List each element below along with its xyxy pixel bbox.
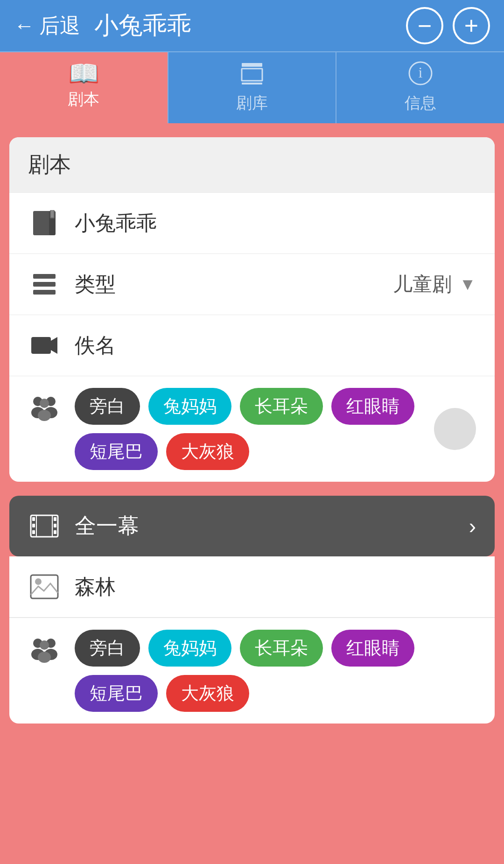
scene-tag-red-eye[interactable]: 红眼睛 — [331, 630, 414, 667]
scene-arrow-icon: › — [469, 513, 476, 539]
svg-rect-11 — [33, 290, 56, 295]
svg-point-30 — [35, 578, 42, 585]
type-label: 类型 — [75, 271, 393, 298]
app-header: ← 后退 小兔乖乖 − + — [0, 0, 504, 51]
tab-library[interactable]: 剧库 — [168, 52, 336, 123]
film-strip-icon — [28, 510, 61, 542]
tag-red-eye[interactable]: 红眼睛 — [331, 388, 414, 425]
tab-bar: 📖 剧本 剧库 i 信息 — [0, 51, 504, 123]
svg-rect-10 — [33, 282, 56, 287]
svg-rect-27 — [54, 524, 56, 527]
type-value: 儿童剧 — [393, 271, 452, 297]
scene-tag-rabbit-mom[interactable]: 兔妈妈 — [148, 630, 231, 667]
tab-info[interactable]: i 信息 — [336, 52, 504, 123]
dropdown-arrow-icon: ▼ — [459, 274, 476, 294]
scene-bg-row[interactable]: 森林 — [9, 556, 495, 618]
svg-point-19 — [38, 410, 51, 421]
scene-tag-short-tail[interactable]: 短尾巴 — [75, 675, 158, 712]
decrease-button[interactable]: − — [406, 7, 443, 44]
scene-characters-row: 旁白 兔妈妈 长耳朵 红眼睛 短尾巴 大灰狼 — [9, 618, 495, 724]
script-card: 剧本 小兔乖乖 类型 — [9, 137, 495, 482]
svg-rect-8 — [51, 210, 54, 218]
info-tab-label: 信息 — [405, 92, 436, 114]
add-character-button[interactable] — [434, 408, 476, 450]
svg-point-36 — [38, 652, 51, 663]
info-tab-icon: i — [408, 61, 433, 90]
svg-rect-9 — [33, 274, 56, 279]
scene-info-card: 森林 旁白 兔妈妈 长耳朵 — [9, 556, 495, 724]
back-label: 后退 — [39, 12, 80, 40]
page-title: 小兔乖乖 — [94, 9, 406, 42]
director-row[interactable]: 佚名 — [9, 315, 495, 376]
scene-bg-text: 森林 — [75, 573, 476, 601]
svg-rect-28 — [54, 530, 56, 534]
card-header: 剧本 — [9, 137, 495, 192]
scene-section: 全一幕 › 森林 — [9, 496, 495, 724]
camera-icon — [28, 329, 61, 362]
people-icon-2 — [28, 634, 61, 667]
tag-short-tail[interactable]: 短尾巴 — [75, 433, 158, 470]
library-tab-label: 剧库 — [236, 92, 268, 114]
script-title-row[interactable]: 小兔乖乖 — [9, 192, 495, 253]
tag-rabbit-mom[interactable]: 兔妈妈 — [148, 388, 231, 425]
main-content: 剧本 小兔乖乖 类型 — [0, 123, 504, 738]
svg-rect-1 — [242, 69, 262, 81]
image-icon — [28, 570, 61, 603]
script-tab-label: 剧本 — [68, 89, 99, 110]
back-button[interactable]: ← 后退 — [14, 12, 80, 40]
increase-button[interactable]: + — [453, 7, 490, 44]
character-tags: 旁白 兔妈妈 长耳朵 红眼睛 短尾巴 大灰狼 — [75, 388, 429, 470]
script-title-text: 小兔乖乖 — [75, 210, 476, 237]
back-arrow-icon: ← — [14, 14, 35, 37]
svg-rect-5 — [33, 211, 51, 235]
svg-point-18 — [40, 399, 49, 408]
svg-marker-13 — [51, 337, 57, 354]
card-header-label: 剧本 — [28, 152, 71, 176]
scene-tag-long-ear[interactable]: 长耳朵 — [240, 630, 323, 667]
scene-tag-big-wolf[interactable]: 大灰狼 — [166, 675, 249, 712]
scene-header-card: 全一幕 › — [9, 496, 495, 556]
type-dropdown[interactable]: 儿童剧 ▼ — [393, 271, 476, 297]
tag-big-wolf[interactable]: 大灰狼 — [166, 433, 249, 470]
svg-rect-26 — [54, 517, 56, 521]
characters-row: 旁白 兔妈妈 长耳朵 红眼睛 短尾巴 大灰狼 — [9, 376, 495, 482]
book-icon — [28, 207, 61, 239]
director-text: 佚名 — [75, 332, 476, 359]
library-tab-icon — [239, 61, 265, 90]
svg-rect-0 — [242, 63, 262, 67]
scene-character-tags: 旁白 兔妈妈 长耳朵 红眼睛 短尾巴 大灰狼 — [75, 630, 476, 712]
scene-header-row[interactable]: 全一幕 › — [9, 496, 495, 556]
svg-rect-24 — [32, 524, 35, 527]
type-row[interactable]: 类型 儿童剧 ▼ — [9, 253, 495, 315]
tag-narrator[interactable]: 旁白 — [75, 388, 140, 425]
svg-point-35 — [40, 640, 49, 650]
list-icon — [28, 268, 61, 301]
scene-all-label: 全一幕 — [75, 512, 469, 541]
svg-text:i: i — [418, 64, 422, 81]
svg-rect-12 — [31, 337, 51, 354]
tab-script[interactable]: 📖 剧本 — [0, 52, 168, 123]
people-icon — [28, 393, 61, 425]
scene-tag-narrator[interactable]: 旁白 — [75, 630, 140, 667]
svg-rect-2 — [242, 83, 262, 84]
svg-rect-23 — [32, 517, 35, 521]
tag-long-ear[interactable]: 长耳朵 — [240, 388, 323, 425]
script-tab-icon: 📖 — [68, 61, 99, 86]
svg-rect-25 — [32, 530, 35, 534]
header-action-buttons: − + — [406, 7, 490, 44]
